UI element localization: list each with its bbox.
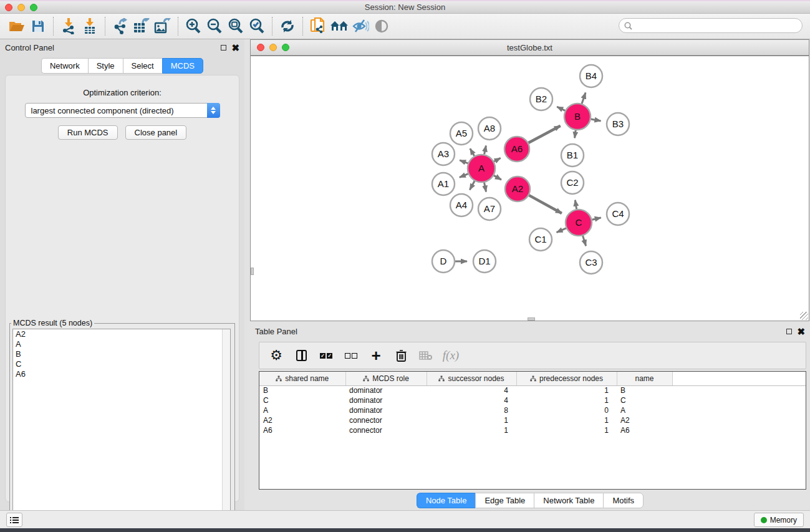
- deselect-all-icon[interactable]: [342, 346, 360, 365]
- network-canvas[interactable]: B4B2BB3A5A8A6A3AB1A1A2C2A4A7C4CC1DD1C3: [251, 56, 809, 321]
- cell-successor-nodes[interactable]: 4: [427, 385, 516, 395]
- edge-C-C4[interactable]: [592, 218, 600, 220]
- network-minimize-button[interactable]: [269, 44, 277, 51]
- result-item-a6[interactable]: A6: [13, 369, 230, 379]
- cell-shared-name[interactable]: B: [259, 385, 345, 395]
- zoom-out-icon[interactable]: [204, 16, 225, 36]
- cell-MCDS-role[interactable]: connector: [345, 415, 427, 425]
- cell-predecessor-nodes[interactable]: 0: [516, 405, 617, 415]
- cell-predecessor-nodes[interactable]: 1: [516, 395, 617, 405]
- edge-A-A6[interactable]: [494, 158, 500, 162]
- cell-name[interactable]: C: [617, 395, 672, 405]
- export-table-icon[interactable]: [131, 16, 152, 36]
- cell-shared-name[interactable]: A6: [259, 425, 345, 435]
- network-zoom-button[interactable]: [282, 44, 289, 51]
- close-window-button[interactable]: [5, 4, 12, 11]
- tab-mcds[interactable]: MCDS: [162, 58, 203, 74]
- edge-A-A1[interactable]: [460, 174, 468, 178]
- edge-A2-C[interactable]: [529, 195, 561, 213]
- column-header-shared-name[interactable]: shared name: [259, 372, 345, 385]
- cell-predecessor-nodes[interactable]: 1: [516, 415, 617, 425]
- add-column-icon[interactable]: +: [367, 346, 385, 365]
- column-header-name[interactable]: name: [617, 372, 672, 385]
- memory-button[interactable]: Memory: [754, 513, 804, 527]
- zoom-in-icon[interactable]: [183, 16, 204, 36]
- zoom-window-button[interactable]: [30, 4, 37, 11]
- table-row-c[interactable]: Cdominator41C: [259, 395, 806, 405]
- cell-successor-nodes[interactable]: 8: [427, 405, 516, 415]
- zoom-fit-icon[interactable]: [225, 16, 246, 36]
- duplicate-network-icon[interactable]: [307, 16, 329, 36]
- column-header-successor-nodes[interactable]: successor nodes: [427, 372, 516, 385]
- result-item-a2[interactable]: A2: [13, 329, 230, 339]
- table-row-b[interactable]: Bdominator41B: [259, 385, 806, 395]
- export-image-icon[interactable]: [152, 16, 173, 36]
- edge-B-B1[interactable]: [575, 130, 576, 138]
- cell-shared-name[interactable]: C: [259, 395, 345, 405]
- edge-A-A5[interactable]: [470, 148, 475, 156]
- edge-B-B4[interactable]: [582, 93, 586, 104]
- resize-grip[interactable]: [800, 312, 808, 320]
- tab-motifs[interactable]: Motifs: [603, 493, 644, 508]
- delete-column-icon[interactable]: [392, 346, 410, 365]
- import-table-icon[interactable]: [79, 16, 100, 36]
- horizontal-scrollbar-thumb[interactable]: [528, 317, 535, 321]
- float-panel-icon[interactable]: [221, 45, 226, 51]
- cell-shared-name[interactable]: A: [259, 405, 345, 415]
- cell-MCDS-role[interactable]: connector: [345, 425, 427, 435]
- cell-name[interactable]: A2: [617, 415, 672, 425]
- cell-name[interactable]: A: [617, 405, 672, 415]
- search-input[interactable]: [635, 21, 802, 30]
- cell-name[interactable]: A6: [617, 425, 672, 435]
- tab-node-table[interactable]: Node Table: [417, 493, 476, 508]
- close-panel-icon[interactable]: ✖: [231, 45, 239, 51]
- zoom-selected-icon[interactable]: [246, 16, 268, 36]
- edge-C-C3[interactable]: [583, 236, 586, 246]
- hide-panels-icon[interactable]: [350, 16, 371, 36]
- tab-network[interactable]: Network: [41, 58, 88, 74]
- minimize-window-button[interactable]: [17, 4, 25, 11]
- select-all-icon[interactable]: ✓✓: [317, 346, 335, 365]
- cell-shared-name[interactable]: A2: [259, 415, 345, 425]
- export-network-icon[interactable]: [110, 16, 131, 36]
- edge-A6-B[interactable]: [529, 126, 561, 143]
- cell-MCDS-role[interactable]: dominator: [345, 405, 427, 415]
- tab-network-table[interactable]: Network Table: [534, 493, 603, 508]
- edge-B-B2[interactable]: [557, 107, 565, 110]
- edge-C-C1[interactable]: [557, 228, 566, 233]
- criterion-dropdown[interactable]: largest connected component (directed): [25, 103, 220, 118]
- column-view-icon[interactable]: [292, 346, 311, 365]
- network-close-button[interactable]: [257, 44, 264, 51]
- search-box[interactable]: [619, 18, 803, 33]
- tab-edge-table[interactable]: Edge Table: [475, 493, 534, 508]
- cell-name[interactable]: B: [617, 385, 672, 395]
- table-close-panel-icon[interactable]: ✖: [797, 329, 805, 334]
- edge-C-C2[interactable]: [575, 200, 576, 210]
- cell-MCDS-role[interactable]: dominator: [345, 395, 427, 405]
- import-network-icon[interactable]: [58, 16, 79, 36]
- edge-A-A4[interactable]: [470, 181, 475, 190]
- cell-predecessor-nodes[interactable]: 1: [516, 425, 617, 435]
- result-item-c[interactable]: C: [13, 359, 230, 369]
- cell-successor-nodes[interactable]: 4: [427, 395, 516, 405]
- result-scrollbar[interactable]: [222, 329, 230, 528]
- refresh-icon[interactable]: [277, 16, 298, 36]
- column-header-MCDS-role[interactable]: MCDS role: [345, 372, 427, 385]
- network-overview-icon[interactable]: [329, 16, 350, 36]
- edge-A-A7[interactable]: [485, 183, 486, 192]
- column-header-predecessor-nodes[interactable]: predecessor nodes: [516, 372, 617, 385]
- tab-style[interactable]: Style: [88, 58, 123, 74]
- edge-A-A2[interactable]: [494, 175, 501, 180]
- table-float-panel-icon[interactable]: [786, 329, 792, 334]
- run-mcds-button[interactable]: Run MCDS: [58, 125, 118, 140]
- close-panel-button[interactable]: Close panel: [125, 125, 187, 140]
- cell-successor-nodes[interactable]: 1: [427, 415, 516, 425]
- edge-A-A8[interactable]: [485, 145, 486, 154]
- edge-A-A3[interactable]: [460, 160, 468, 163]
- cell-predecessor-nodes[interactable]: 1: [516, 385, 617, 395]
- table-row-a[interactable]: Adominator80A: [259, 405, 806, 415]
- table-row-a6[interactable]: A6connector11A6: [259, 425, 806, 435]
- edge-B-B3[interactable]: [591, 119, 601, 121]
- save-session-icon[interactable]: [27, 16, 49, 36]
- gear-icon[interactable]: ⚙: [267, 346, 286, 365]
